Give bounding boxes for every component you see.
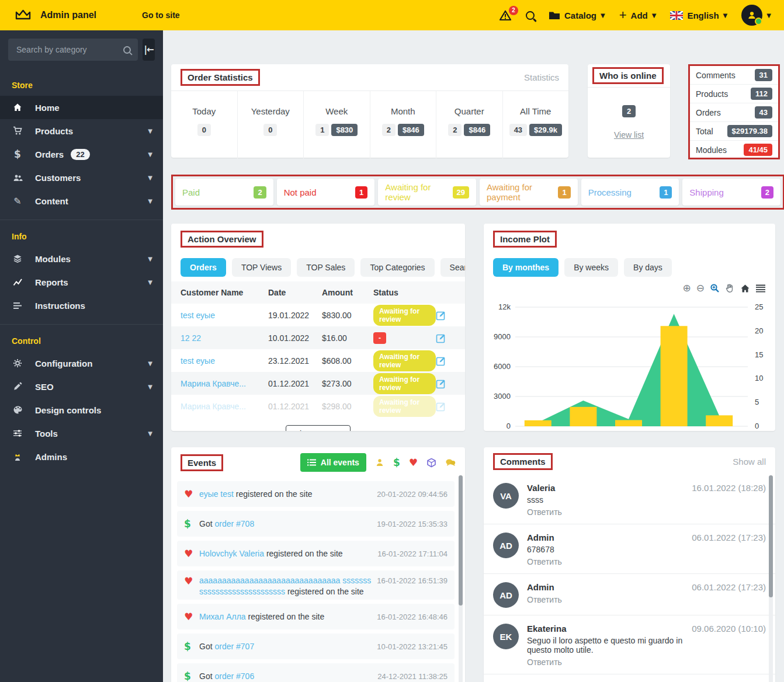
- tab-by-weeks[interactable]: By weeks: [564, 258, 618, 277]
- sidebar-item-orders[interactable]: $ Orders 22 ▼: [0, 142, 163, 166]
- edit-icon[interactable]: [436, 401, 460, 412]
- edit-icon[interactable]: [436, 333, 460, 343]
- sidebar-item-tools[interactable]: Tools ▼: [0, 422, 163, 445]
- tab-top-categories[interactable]: Top Categories: [360, 258, 434, 277]
- reply-link[interactable]: Ответить: [527, 657, 686, 667]
- scrollbar-thumb[interactable]: [769, 475, 773, 597]
- edit-icon[interactable]: [436, 378, 460, 389]
- filter-orders-icon[interactable]: $: [393, 457, 400, 468]
- event-row: ♥ Михал Алла registered on the site 16-0…: [177, 604, 455, 629]
- tab-top-sales[interactable]: TOP Sales: [297, 258, 355, 277]
- customer-link[interactable]: Марина Кравче...: [181, 402, 268, 411]
- svg-text:25: 25: [755, 302, 763, 311]
- sliders-icon: [0, 429, 35, 437]
- site-stats-panel: Comments 31 Products 112 Orders 43 Total…: [688, 64, 780, 159]
- status-card-paid[interactable]: Paid 2: [175, 179, 273, 206]
- sidebar-item-content[interactable]: ✎ Content ▼: [0, 189, 163, 213]
- show-more-button[interactable]: Show more ↓: [286, 425, 351, 431]
- sidebar-collapse-button[interactable]: |←: [143, 39, 155, 61]
- svg-text:20: 20: [755, 326, 763, 335]
- events-scrollbar[interactable]: [459, 475, 463, 682]
- order-status-strip: Paid 2 Not paid 1 Awaiting for review 29…: [171, 175, 784, 210]
- add-menu[interactable]: + Add ▼: [619, 9, 657, 22]
- sidebar-item-products[interactable]: Products ▼: [0, 119, 163, 142]
- customer-link[interactable]: test еуые: [181, 311, 268, 320]
- svg-text:15: 15: [755, 350, 763, 359]
- sidebar-item-configuration[interactable]: Configuration ▼: [0, 352, 163, 375]
- sidebar-item-modules[interactable]: Modules ▼: [0, 247, 163, 270]
- status-card-processing[interactable]: Processing 1: [581, 179, 679, 206]
- filter-registrations-icon[interactable]: ♥: [409, 457, 418, 468]
- box-zoom-icon[interactable]: [710, 283, 720, 293]
- status-badge: -: [373, 332, 386, 344]
- filter-users-icon[interactable]: [375, 458, 384, 467]
- user-menu[interactable]: ▼: [741, 5, 771, 26]
- sidebar-item-instructions[interactable]: Instructions: [0, 294, 163, 317]
- status-badge: Awaiting for review: [373, 305, 436, 326]
- tab-by-monthes[interactable]: By monthes: [493, 258, 558, 277]
- scrollbar-thumb[interactable]: [459, 475, 463, 606]
- table-row: 12 22 10.01.2022 $16.00 -: [171, 326, 465, 349]
- status-count-badge: 29: [453, 186, 469, 199]
- category-search-input[interactable]: [15, 44, 123, 55]
- show-all-link[interactable]: Show all: [733, 457, 766, 467]
- tab-searches[interactable]: Searches: [440, 258, 465, 277]
- svg-text:6000: 6000: [494, 362, 511, 371]
- home-icon: [0, 103, 35, 112]
- zoom-out-icon[interactable]: ⊖: [696, 283, 705, 293]
- tab-by-days[interactable]: By days: [624, 258, 672, 277]
- folder-icon: [549, 11, 560, 20]
- reset-home-icon[interactable]: [740, 284, 750, 293]
- customer-link[interactable]: 12 22: [181, 333, 268, 343]
- customer-link[interactable]: Марина Кравче...: [181, 379, 268, 388]
- sidebar-item-seo[interactable]: SEO ▼: [0, 375, 163, 398]
- stat-col-week: Week 1$830: [303, 91, 370, 159]
- stat-row-comments: Comments 31: [690, 66, 778, 85]
- notifications-button[interactable]: 2: [499, 10, 512, 21]
- edit-icon[interactable]: [436, 356, 460, 366]
- reply-link[interactable]: Ответить: [527, 557, 686, 566]
- catalog-menu[interactable]: Catalog ▼: [549, 11, 605, 20]
- status-card-shipping[interactable]: Shipping 2: [682, 179, 780, 206]
- status-card-awaiting-review[interactable]: Awaiting for review 29: [378, 179, 476, 206]
- reply-link[interactable]: Ответить: [527, 507, 686, 517]
- count-badge: 2: [448, 124, 462, 136]
- language-menu[interactable]: English ▼: [670, 11, 727, 20]
- category-search[interactable]: [8, 39, 138, 61]
- view-list-link[interactable]: View list: [588, 130, 670, 140]
- go-to-site-link[interactable]: Go to site: [142, 11, 180, 20]
- chevron-down-icon: ▼: [148, 430, 152, 437]
- search-icon[interactable]: [526, 11, 535, 20]
- all-events-button[interactable]: All events: [300, 453, 366, 472]
- status-card-not-paid[interactable]: Not paid 1: [277, 179, 375, 206]
- zoom-in-icon[interactable]: ⊕: [683, 283, 691, 293]
- income-chart[interactable]: 030006000900012k0510152025Sep '21Oct '21…: [487, 297, 771, 431]
- sidebar-item-design-controls[interactable]: Design controls: [0, 398, 163, 422]
- tab-orders[interactable]: Orders: [181, 258, 226, 277]
- edit-icon[interactable]: [436, 310, 460, 321]
- statistics-link[interactable]: Statistics: [524, 72, 559, 82]
- events-card: Events All events $ ♥ ♥ еуые test regis: [171, 447, 465, 682]
- status-card-awaiting-payment[interactable]: Awaiting for payment 1: [480, 179, 578, 206]
- sidebar-item-customers[interactable]: Customers ▼: [0, 166, 163, 189]
- sidebar-item-home[interactable]: Home: [0, 96, 163, 119]
- stat-col-yesterday: Yesterday 0: [237, 91, 304, 159]
- heart-icon: ♥: [184, 488, 199, 500]
- add-label: Add: [631, 11, 648, 20]
- sidebar-item-reports[interactable]: Reports ▼: [0, 270, 163, 294]
- order-statistics-card: Order Statistics Statistics Today 0 Yest…: [171, 64, 568, 158]
- comments-scrollbar[interactable]: [769, 475, 773, 682]
- tab-top-views[interactable]: TOP Views: [232, 258, 291, 277]
- reply-link[interactable]: Ответить: [527, 595, 686, 604]
- svg-text:10: 10: [755, 374, 763, 382]
- table-row: Марина Кравче... 01.12.2021 $273.00 Awai…: [171, 372, 465, 395]
- customer-link[interactable]: test еуые: [181, 356, 268, 366]
- pan-hand-icon[interactable]: [725, 283, 735, 293]
- value-badge: 112: [751, 88, 772, 100]
- filter-products-icon[interactable]: [426, 458, 436, 468]
- value-badge: 43: [755, 106, 772, 119]
- comment-row: EK Ekaterina I follow their aspect and t…: [484, 674, 775, 682]
- sidebar-item-admins[interactable]: Admins: [0, 445, 163, 468]
- menu-icon[interactable]: [755, 284, 766, 293]
- filter-comments-icon[interactable]: [445, 458, 456, 467]
